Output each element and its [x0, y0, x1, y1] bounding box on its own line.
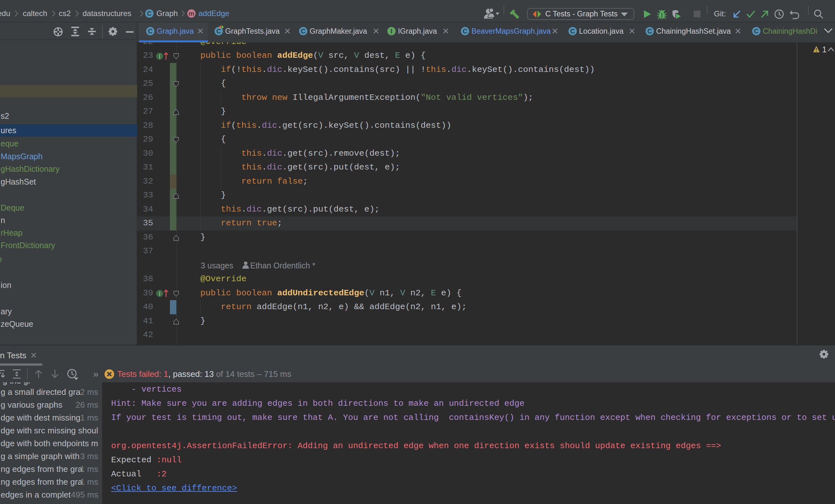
svg-text:I: I — [159, 290, 161, 297]
svg-text:I: I — [159, 53, 161, 60]
